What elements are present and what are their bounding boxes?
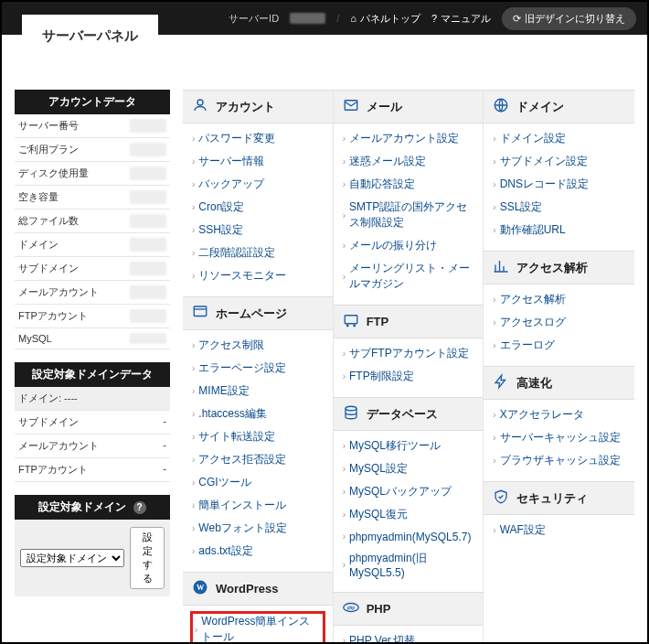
set-domain-button[interactable]: 設定する: [130, 527, 165, 589]
chevron-right-icon: ›: [493, 156, 495, 166]
sidebar-domain-row: サブドメイン-: [15, 411, 170, 435]
menu-item: ›MIME設定: [183, 380, 333, 402]
menu-link-speed-1[interactable]: ›サーバーキャッシュ設定: [493, 430, 620, 445]
chevron-right-icon: ›: [192, 546, 195, 556]
chevron-right-icon: ›: [493, 202, 495, 212]
svg-point-6: [346, 325, 348, 327]
highlighted-item: ›WordPress簡単インストール: [190, 611, 325, 644]
menu-link-homepage-6[interactable]: ›CGIツール: [192, 475, 251, 490]
menu-item: ›.htaccess編集: [183, 402, 333, 425]
menu-item: ›自動応答設定: [334, 173, 484, 196]
menu-link-account-2[interactable]: ›バックアップ: [192, 177, 264, 192]
menu-link-domain-2[interactable]: ›DNSレコード設定: [493, 177, 589, 192]
menu-link-account-5[interactable]: ›二段階認証設定: [192, 245, 275, 261]
menu-link-security-0[interactable]: ›WAF設定: [493, 522, 546, 538]
category-heading: 高速化: [484, 366, 634, 400]
menu-item: ›Webフォント設定: [183, 517, 333, 540]
menu-item: ›サブドメイン設定: [484, 150, 634, 173]
home-icon: ⌂: [350, 13, 356, 24]
menu-link-account-1[interactable]: ›サーバー情報: [192, 154, 264, 169]
menu-link-database-5[interactable]: ›phpmyadmin(旧MySQL5.5): [343, 551, 474, 579]
domain-data-block: 設定対象ドメインデータ ドメイン: ----サブドメイン-メールアカウント-FT…: [15, 362, 170, 482]
menu-link-database-2[interactable]: ›MySQLバックアップ: [343, 484, 452, 499]
menu-link-domain-3[interactable]: ›SSL設定: [493, 199, 542, 215]
menu-link-access-2[interactable]: ›エラーログ: [493, 338, 554, 353]
database-icon: [343, 404, 359, 424]
menu-link-domain-0[interactable]: ›ドメイン設定: [493, 131, 565, 146]
chevron-right-icon: ›: [192, 271, 195, 281]
menu-item: ›DNSレコード設定: [484, 173, 634, 196]
menu-link-domain-1[interactable]: ›サブドメイン設定: [493, 154, 587, 169]
menu-link-homepage-9[interactable]: ›ads.txt設定: [192, 543, 253, 559]
menu-item: ›MySQL復元: [334, 503, 484, 526]
menu-link-homepage-7[interactable]: ›簡単インストール: [192, 498, 286, 513]
menu-link-homepage-3[interactable]: ›.htaccess編集: [192, 406, 267, 422]
menu-link-domain-4[interactable]: ›動作確認URL: [493, 222, 565, 238]
menu-link-mail-1[interactable]: ›迷惑メール設定: [343, 154, 426, 169]
category-homepage: ホームページ›アクセス制限›エラーページ設定›MIME設定›.htaccess編…: [183, 296, 333, 572]
chevron-right-icon: ›: [192, 478, 195, 488]
menu-link-database-0[interactable]: ›MySQL移行ツール: [343, 438, 441, 454]
chevron-right-icon: ›: [343, 531, 346, 542]
menu-link-database-3[interactable]: ›MySQL復元: [343, 507, 408, 522]
menu-link-database-1[interactable]: ›MySQL設定: [343, 461, 408, 477]
manual-link[interactable]: ? マニュアル: [431, 12, 491, 26]
menu-item: ›ブラウザキャッシュ設定: [484, 449, 634, 472]
menu-link-homepage-0[interactable]: ›アクセス制限: [192, 338, 264, 353]
menu-link-speed-0[interactable]: ›Xアクセラレータ: [493, 407, 583, 423]
sidebar-stat-row: ディスク使用量: [15, 162, 170, 186]
chevron-right-icon: ›: [493, 340, 495, 350]
menu-item: ›phpmyadmin(旧MySQL5.5): [334, 547, 484, 583]
menu-item: ›アクセス解析: [484, 288, 634, 311]
access-icon: [493, 258, 509, 277]
sidebar-domain-row: ドメイン: ----: [15, 387, 170, 411]
server-id-label: サーバーID: [229, 12, 279, 26]
menu-link-account-0[interactable]: ›パスワード変更: [192, 131, 275, 146]
old-design-button[interactable]: ⟳ 旧デザインに切り替え: [502, 7, 636, 30]
category-heading: アクセス解析: [484, 251, 634, 284]
menu-link-database-4[interactable]: ›phpmyadmin(MySQL5.7): [343, 531, 472, 543]
help-icon[interactable]: ?: [133, 501, 146, 514]
menu-link-speed-2[interactable]: ›ブラウザキャッシュ設定: [493, 453, 620, 468]
target-domain-select[interactable]: 設定対象ドメイン: [20, 549, 124, 567]
menu-item: ›メーリングリスト・メールマガジン: [334, 257, 484, 295]
menu-link-ftp-0[interactable]: ›サブFTPアカウント設定: [343, 346, 469, 361]
domain-data-heading: 設定対象ドメインデータ: [15, 362, 170, 387]
chevron-right-icon: ›: [343, 487, 346, 497]
menu-link-homepage-2[interactable]: ›MIME設定: [192, 383, 250, 399]
menu-item: ›動作確認URL: [484, 219, 634, 242]
panel-top-link[interactable]: ⌂ パネルトップ: [350, 12, 420, 26]
chevron-right-icon: ›: [192, 156, 195, 166]
menu-link-homepage-1[interactable]: ›エラーページ設定: [192, 360, 286, 376]
menu-link-mail-0[interactable]: ›メールアカウント設定: [343, 131, 459, 146]
php-icon: php: [343, 599, 359, 618]
menu-item: ›SSL設定: [484, 196, 634, 219]
menu-link-account-6[interactable]: ›リソースモニター: [192, 268, 286, 284]
menu-link-access-1[interactable]: ›アクセスログ: [493, 315, 565, 330]
menu-link-php-0[interactable]: ›PHP Ver.切替: [343, 633, 416, 645]
chevron-right-icon: ›: [493, 179, 495, 189]
menu-link-mail-3[interactable]: ›SMTP認証の国外アクセス制限設定: [343, 199, 474, 231]
menu-link-ftp-1[interactable]: ›FTP制限設定: [343, 369, 414, 384]
menu-link-wordpress-0[interactable]: ›WordPress簡単インストール: [195, 614, 321, 644]
menu-link-homepage-8[interactable]: ›Webフォント設定: [192, 521, 287, 536]
category-account: アカウント›パスワード変更›サーバー情報›バックアップ›Cron設定›SSH設定…: [183, 90, 333, 296]
chevron-right-icon: ›: [192, 386, 195, 396]
menu-link-account-3[interactable]: ›Cron設定: [192, 199, 244, 215]
category-access: アクセス解析›アクセス解析›アクセスログ›エラーログ: [484, 251, 634, 366]
menu-link-account-4[interactable]: ›SSH設定: [192, 222, 243, 238]
menu-link-mail-4[interactable]: ›メールの振り分け: [343, 238, 437, 253]
chevron-right-icon: ›: [493, 456, 495, 466]
menu-link-homepage-4[interactable]: ›サイト転送設定: [192, 429, 275, 445]
svg-rect-5: [345, 316, 357, 324]
menu-link-access-0[interactable]: ›アクセス解析: [493, 292, 565, 307]
menu-item: ›MySQLバックアップ: [334, 480, 484, 503]
menu-item: ›CGIツール: [183, 471, 333, 494]
chevron-right-icon: ›: [195, 625, 197, 635]
category-heading: ホームページ: [183, 296, 333, 330]
menu-link-mail-5[interactable]: ›メーリングリスト・メールマガジン: [343, 261, 474, 292]
menu-link-homepage-5[interactable]: ›アクセス拒否設定: [192, 452, 286, 467]
wordpress-icon: W: [192, 579, 208, 598]
menu-link-mail-2[interactable]: ›自動応答設定: [343, 177, 415, 192]
menu-item: ›メールの振り分け: [334, 234, 484, 257]
